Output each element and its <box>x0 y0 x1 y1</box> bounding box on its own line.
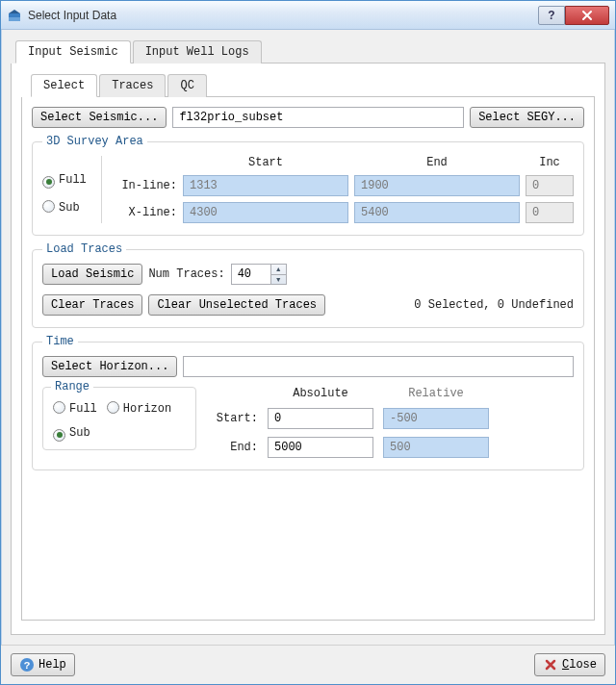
select-segy-button[interactable]: Select SEGY... <box>470 107 584 128</box>
radio-icon <box>107 401 119 414</box>
outer-tab-panel: Select Traces QC Select Seismic... Selec… <box>11 63 605 635</box>
survey-area-fieldset: 3D Survey Area Full Sub <box>32 141 584 236</box>
xline-label: X-line: <box>110 206 177 219</box>
spinner-down-icon[interactable]: ▼ <box>271 275 286 285</box>
help-icon: ? <box>19 657 35 672</box>
close-button[interactable]: Close <box>534 653 605 676</box>
time-start-label: Start: <box>210 412 258 425</box>
relative-header: Relative <box>383 387 489 400</box>
app-icon <box>7 8 22 23</box>
relative-end-input[interactable] <box>383 437 489 458</box>
col-end-header: End <box>354 156 520 169</box>
load-traces-fieldset: Load Traces Load Seismic Num Traces: ▲▼ … <box>32 249 584 328</box>
tab-select[interactable]: Select <box>31 74 97 97</box>
radio-icon <box>42 176 55 189</box>
relative-start-input[interactable] <box>383 408 489 429</box>
svg-rect-1 <box>9 17 20 21</box>
dialog-button-bar: ? Help Close <box>1 645 615 684</box>
close-icon <box>543 657 558 672</box>
client-area: Input Seismic Input Well Logs Select Tra… <box>1 30 615 645</box>
num-traces-input[interactable] <box>231 264 271 285</box>
survey-area-legend: 3D Survey Area <box>42 135 147 148</box>
window-close-button[interactable] <box>565 6 609 25</box>
num-traces-label: Num Traces: <box>148 267 224 281</box>
tab-input-seismic[interactable]: Input Seismic <box>15 40 131 63</box>
select-seismic-button[interactable]: Select Seismic... <box>32 107 167 128</box>
time-fieldset: Time Select Horizon... Range Full Horizo… <box>32 342 584 470</box>
absolute-header: Absolute <box>268 387 373 400</box>
horizon-input[interactable] <box>183 356 574 377</box>
xline-start-input[interactable] <box>183 202 348 223</box>
close-button-label: Close <box>562 658 597 672</box>
inline-end-input[interactable] <box>354 175 520 196</box>
svg-text:?: ? <box>24 660 31 672</box>
window-title: Select Input Data <box>28 9 532 22</box>
time-legend: Time <box>42 335 78 348</box>
tab-traces[interactable]: Traces <box>99 74 166 97</box>
range-horizon-radio[interactable]: Horizon <box>107 399 171 416</box>
help-button-label: Help <box>38 658 66 672</box>
xline-end-input[interactable] <box>354 202 520 223</box>
dialog-window: Select Input Data ? Input Seismic Input … <box>0 0 616 685</box>
range-full-radio[interactable]: Full <box>53 399 97 416</box>
clear-traces-button[interactable]: Clear Traces <box>42 294 142 316</box>
inline-inc-input[interactable] <box>526 175 574 196</box>
num-traces-spinner[interactable]: ▲▼ <box>231 264 287 285</box>
seismic-name-input[interactable] <box>172 107 464 128</box>
traces-status-text: 0 Selected, 0 Undefined <box>414 298 574 312</box>
title-bar[interactable]: Select Input Data ? <box>1 1 615 30</box>
outer-tab-strip: Input Seismic Input Well Logs <box>15 39 605 63</box>
load-traces-legend: Load Traces <box>42 242 126 256</box>
range-group: Range Full Horizon Sub <box>42 387 196 450</box>
select-horizon-button[interactable]: Select Horizon... <box>42 356 177 377</box>
time-end-label: End: <box>210 441 258 454</box>
survey-sub-radio[interactable]: Sub <box>42 198 93 215</box>
col-inc-header: Inc <box>526 156 574 169</box>
range-sub-radio[interactable]: Sub <box>53 426 90 440</box>
radio-icon <box>53 401 65 414</box>
clear-unselected-traces-button[interactable]: Clear Unselected Traces <box>148 294 325 316</box>
inner-tab-panel: Select Seismic... Select SEGY... 3D Surv… <box>21 97 595 621</box>
load-seismic-button[interactable]: Load Seismic <box>42 264 142 285</box>
inline-start-input[interactable] <box>183 175 348 196</box>
radio-icon <box>42 200 55 213</box>
survey-full-radio[interactable]: Full <box>42 173 93 187</box>
inline-label: In-line: <box>110 179 177 192</box>
radio-icon <box>53 429 65 442</box>
absolute-start-input[interactable] <box>268 408 373 429</box>
spinner-buttons[interactable]: ▲▼ <box>271 264 287 285</box>
tab-qc[interactable]: QC <box>167 74 206 97</box>
window-help-button[interactable]: ? <box>538 6 565 25</box>
spinner-up-icon[interactable]: ▲ <box>271 265 286 275</box>
svg-rect-0 <box>9 13 20 17</box>
range-legend: Range <box>51 380 93 393</box>
svg-marker-2 <box>9 10 20 13</box>
xline-inc-input[interactable] <box>526 202 574 223</box>
absolute-end-input[interactable] <box>268 437 373 458</box>
col-start-header: Start <box>183 156 348 169</box>
inner-tab-strip: Select Traces QC <box>31 73 595 97</box>
help-button[interactable]: ? Help <box>11 653 75 676</box>
tab-input-well-logs[interactable]: Input Well Logs <box>133 40 262 63</box>
